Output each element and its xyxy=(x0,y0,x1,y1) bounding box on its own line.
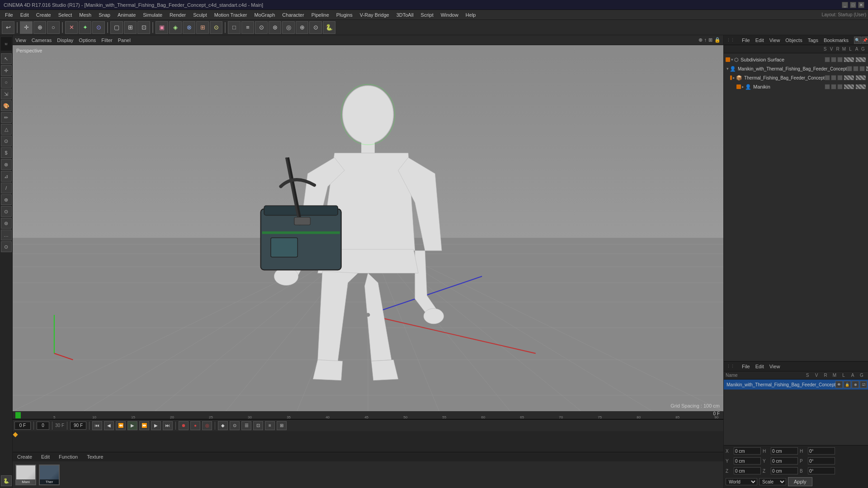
keyframe-0[interactable] xyxy=(13,432,18,437)
menu-window[interactable]: Window xyxy=(438,11,462,19)
move-tool-button[interactable]: ✛ xyxy=(20,21,33,34)
tool-scale[interactable]: ⇲ xyxy=(1,89,12,99)
coord-b-input[interactable] xyxy=(808,467,835,474)
coord-y2-input[interactable] xyxy=(771,457,798,465)
boole-btn[interactable]: ⊙ xyxy=(309,21,322,34)
coord-scale-dropdown[interactable]: Scale xyxy=(759,478,786,485)
rotate-tool-button[interactable]: ○ xyxy=(47,21,60,34)
tool-magnet[interactable]: $ xyxy=(1,147,12,158)
mat-tab-texture[interactable]: Texture xyxy=(84,453,106,460)
close-button[interactable]: ✕ xyxy=(858,2,864,8)
tool-move[interactable]: ✛ xyxy=(1,65,12,76)
obj-pin-icon[interactable]: 📌 xyxy=(862,37,868,44)
camera-btn[interactable]: □ xyxy=(228,21,241,34)
tool-paint[interactable]: 🎨 xyxy=(1,100,12,111)
attr-menu-file[interactable]: File xyxy=(742,364,750,369)
menu-character[interactable]: Character xyxy=(279,11,307,19)
menu-mesh[interactable]: Mesh xyxy=(76,11,94,19)
scale-tool-button[interactable]: ⊕ xyxy=(33,21,46,34)
menu-plugins[interactable]: Plugins xyxy=(333,11,356,19)
timeline-expand-btn[interactable]: ⊞ xyxy=(277,421,287,430)
go-start-button[interactable]: ⏮ xyxy=(92,421,102,430)
timeline-solo-btn[interactable]: ⊡ xyxy=(253,421,263,430)
current-frame-input[interactable] xyxy=(37,422,49,430)
tool-tweak[interactable]: ⊛ xyxy=(1,218,12,229)
obj-menu-file[interactable]: File xyxy=(742,38,750,43)
vp-menu-display[interactable]: Display xyxy=(57,38,73,43)
obj-row-manikin-with-thermal[interactable]: ▾ 👤 Manikin_with_Thermal_Fishing_Bag_Fee… xyxy=(724,64,868,73)
material-swatch-thermal[interactable]: Ther xyxy=(39,465,60,485)
obj-menu-tags[interactable]: Tags xyxy=(808,38,818,43)
attr-icon-2[interactable]: 🔒 xyxy=(844,381,851,388)
menu-mograph[interactable]: MoGraph xyxy=(251,11,278,19)
tool-pen[interactable]: ✏ xyxy=(1,112,12,123)
menu-file[interactable]: File xyxy=(2,11,16,19)
obj-menu-bookmarks[interactable]: Bookmarks xyxy=(824,38,849,43)
obj-row-subdivision-surface[interactable]: ▾ ⬡ Subdivision Surface xyxy=(724,55,868,64)
coord-x-input[interactable] xyxy=(734,447,761,455)
timeline-track[interactable] xyxy=(13,431,723,452)
tool-iron[interactable]: ⊙ xyxy=(1,206,12,217)
vp-menu-cameras[interactable]: Cameras xyxy=(32,38,52,43)
coord-hp-input[interactable] xyxy=(808,447,835,455)
menu-render[interactable]: Render xyxy=(166,11,189,19)
next-key-button[interactable]: ⏩ xyxy=(139,421,149,430)
tool-select[interactable]: ↖ xyxy=(1,53,12,64)
attr-menu-view[interactable]: View xyxy=(769,364,780,369)
menu-vray[interactable]: V-Ray Bridge xyxy=(357,11,392,19)
menu-edit[interactable]: Edit xyxy=(17,11,32,19)
tool-weld[interactable]: ⊕ xyxy=(1,194,12,205)
tool-knife[interactable]: / xyxy=(1,183,12,193)
menu-pipeline[interactable]: Pipeline xyxy=(308,11,332,19)
tool-rotate[interactable]: ○ xyxy=(1,77,12,88)
obj-menu-view[interactable]: View xyxy=(769,38,780,43)
obj-expand-subdiv[interactable]: ▾ xyxy=(731,57,733,62)
vp-menu-filter[interactable]: Filter xyxy=(101,38,112,43)
tool-polygon[interactable]: △ xyxy=(1,124,12,135)
obj-row-manikin[interactable]: ▸ 👤 Manikin xyxy=(724,82,868,91)
vp-icon-up[interactable]: ↑ xyxy=(704,37,707,43)
material-swatch-manikin[interactable]: Mani xyxy=(15,465,36,485)
cube-btn[interactable]: ▣ xyxy=(156,21,168,34)
cylinder-btn[interactable]: ⊗ xyxy=(183,21,195,34)
timeline-powerslider-btn[interactable]: ≡ xyxy=(265,421,275,430)
start-frame-input[interactable] xyxy=(14,422,31,430)
attr-icon-3[interactable]: ⊕ xyxy=(852,381,859,388)
go-end-button[interactable]: ⏭ xyxy=(163,421,173,430)
tool-more[interactable]: … xyxy=(1,230,12,240)
obj-expand-manikin[interactable]: ▸ xyxy=(742,84,744,89)
obj-search-icon[interactable]: 🔍 xyxy=(854,37,861,44)
viewport[interactable]: Perspective xyxy=(13,45,723,411)
play-button[interactable]: ▶ xyxy=(127,421,137,430)
menu-snap[interactable]: Snap xyxy=(95,11,113,19)
edge-mode-btn[interactable]: ⊙ xyxy=(92,21,105,34)
effector-btn[interactable]: ⊛ xyxy=(269,21,281,34)
obj-mode-btn[interactable]: ✕ xyxy=(65,21,78,34)
tool-brush[interactable]: ⊙ xyxy=(1,136,12,146)
menu-select[interactable]: Select xyxy=(55,11,75,19)
menu-3dtoall[interactable]: 3DToAll xyxy=(393,11,417,19)
end-frame-input[interactable] xyxy=(70,422,86,430)
render-region-btn[interactable]: ⊞ xyxy=(124,21,137,34)
auto-key-button[interactable]: ● xyxy=(190,421,200,430)
attr-icon-1[interactable]: 👁 xyxy=(835,381,843,388)
floor-btn[interactable]: ≡ xyxy=(241,21,254,34)
minimize-button[interactable]: _ xyxy=(842,2,848,8)
tool-script[interactable]: 🐍 xyxy=(1,475,12,486)
vp-icon-lock[interactable]: 🔒 xyxy=(714,37,721,43)
vp-menu-view[interactable]: View xyxy=(15,38,26,43)
tool-measure[interactable]: ⊿ xyxy=(1,171,12,182)
mat-tab-edit[interactable]: Edit xyxy=(38,453,52,460)
menu-simulate[interactable]: Simulate xyxy=(140,11,165,19)
menu-motion-tracker[interactable]: Motion Tracker xyxy=(211,11,250,19)
attr-menu-edit[interactable]: Edit xyxy=(755,364,764,369)
mat-tab-create[interactable]: Create xyxy=(14,453,35,460)
attr-selected-object-row[interactable]: Manikin_with_Thermal_Fishing_Bag_Feeder_… xyxy=(724,380,868,389)
cloner-btn[interactable]: ⊙ xyxy=(255,21,268,34)
obj-row-thermal-bag[interactable]: ▸ 📦 Thermal_Fishing_Bag_Feeder_Concept xyxy=(724,73,868,82)
point-mode-btn[interactable]: ✦ xyxy=(79,21,91,34)
undo-button[interactable]: ↩ xyxy=(2,21,14,34)
menu-animate[interactable]: Animate xyxy=(114,11,139,19)
menu-create[interactable]: Create xyxy=(33,11,54,19)
menu-script[interactable]: Script xyxy=(418,11,437,19)
